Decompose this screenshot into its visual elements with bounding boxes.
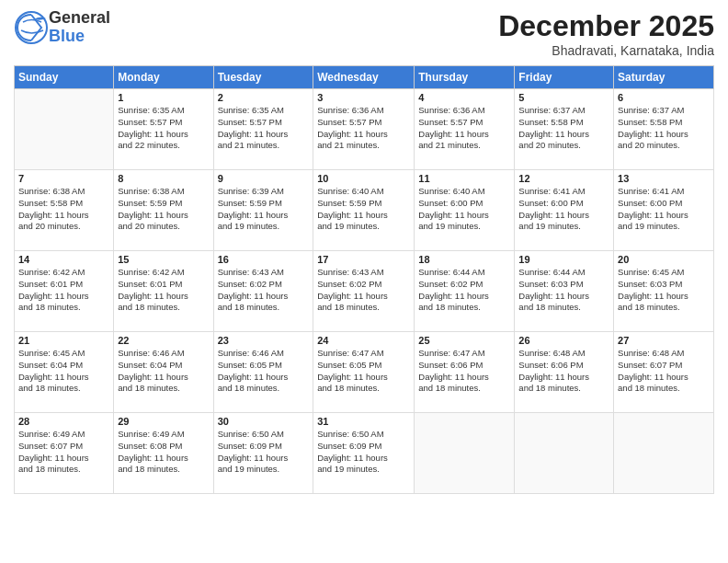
calendar-cell: 27Sunrise: 6:48 AMSunset: 6:07 PMDayligh…	[614, 332, 714, 413]
cell-info-line: and 18 minutes.	[18, 464, 109, 476]
calendar-cell: 24Sunrise: 6:47 AMSunset: 6:05 PMDayligh…	[313, 332, 415, 413]
calendar-week-3: 21Sunrise: 6:45 AMSunset: 6:04 PMDayligh…	[15, 332, 714, 413]
cell-info-line: Sunset: 6:01 PM	[18, 279, 109, 291]
cell-info-line: Sunrise: 6:44 AM	[418, 267, 510, 279]
cell-info: Sunrise: 6:49 AMSunset: 6:07 PMDaylight:…	[18, 429, 109, 476]
cell-info: Sunrise: 6:38 AMSunset: 5:59 PMDaylight:…	[118, 186, 209, 233]
calendar-cell	[614, 413, 714, 494]
day-number: 25	[418, 335, 510, 346]
day-number: 18	[418, 254, 510, 265]
cell-info-line: Sunset: 6:02 PM	[218, 279, 310, 291]
day-number: 5	[518, 92, 609, 103]
calendar-cell: 22Sunrise: 6:46 AMSunset: 6:04 PMDayligh…	[114, 332, 213, 413]
cell-info-line: Sunrise: 6:45 AM	[18, 348, 109, 360]
cell-info-line: Sunrise: 6:42 AM	[18, 267, 109, 279]
cell-info: Sunrise: 6:39 AMSunset: 5:59 PMDaylight:…	[218, 186, 310, 233]
cell-info-line: Sunrise: 6:36 AM	[317, 105, 410, 117]
cell-info-line: Sunset: 5:57 PM	[418, 117, 510, 129]
cell-info-line: Sunset: 6:01 PM	[118, 279, 209, 291]
day-number: 10	[317, 173, 410, 184]
day-number: 21	[18, 335, 109, 346]
calendar-cell	[515, 413, 614, 494]
cell-info-line: and 19 minutes.	[618, 221, 710, 233]
cell-info-line: Sunset: 6:04 PM	[118, 360, 209, 372]
cell-info-line: Daylight: 11 hours	[518, 291, 609, 303]
cell-info-line: Sunrise: 6:50 AM	[218, 429, 310, 441]
logo-blue-text: Blue	[49, 28, 110, 46]
calendar-cell: 15Sunrise: 6:42 AMSunset: 6:01 PMDayligh…	[114, 251, 213, 332]
day-number: 23	[218, 335, 310, 346]
cell-info-line: Sunset: 5:57 PM	[218, 117, 310, 129]
day-number: 26	[518, 335, 609, 346]
cell-info-line: Sunrise: 6:48 AM	[618, 348, 710, 360]
day-number: 6	[618, 92, 710, 103]
cell-info-line: Sunset: 5:59 PM	[118, 198, 209, 210]
cell-info-line: Sunset: 6:07 PM	[18, 441, 109, 453]
cell-info-line: and 21 minutes.	[218, 140, 310, 152]
cell-info-line: and 18 minutes.	[518, 383, 609, 395]
cell-info-line: Daylight: 11 hours	[18, 453, 109, 465]
cell-info-line: Daylight: 11 hours	[418, 129, 510, 141]
day-number: 16	[218, 254, 310, 265]
calendar-week-1: 7Sunrise: 6:38 AMSunset: 5:58 PMDaylight…	[15, 170, 714, 251]
cell-info-line: Sunset: 6:07 PM	[618, 360, 710, 372]
cell-info-line: Daylight: 11 hours	[118, 372, 209, 384]
cell-info-line: Sunrise: 6:46 AM	[118, 348, 209, 360]
cell-info-line: Sunset: 5:57 PM	[317, 117, 410, 129]
calendar-cell: 23Sunrise: 6:46 AMSunset: 6:05 PMDayligh…	[213, 332, 313, 413]
cell-info-line: Sunrise: 6:44 AM	[518, 267, 609, 279]
cell-info-line: Sunrise: 6:41 AM	[618, 186, 710, 198]
cell-info-line: Sunset: 5:59 PM	[218, 198, 310, 210]
cell-info-line: Sunset: 6:04 PM	[18, 360, 109, 372]
cell-info-line: Sunrise: 6:35 AM	[118, 105, 209, 117]
cell-info-line: and 19 minutes.	[218, 221, 310, 233]
calendar-cell: 29Sunrise: 6:49 AMSunset: 6:08 PMDayligh…	[114, 413, 213, 494]
cell-info-line: Daylight: 11 hours	[618, 210, 710, 222]
day-number: 2	[218, 92, 310, 103]
calendar-cell: 21Sunrise: 6:45 AMSunset: 6:04 PMDayligh…	[15, 332, 114, 413]
cell-info-line: Daylight: 11 hours	[118, 129, 209, 141]
cell-info: Sunrise: 6:43 AMSunset: 6:02 PMDaylight:…	[218, 267, 310, 314]
cell-info-line: Sunrise: 6:35 AM	[218, 105, 310, 117]
calendar-cell	[15, 89, 114, 170]
header: General Blue December 2025 Bhadravati, K…	[14, 9, 714, 58]
cell-info-line: and 20 minutes.	[18, 221, 109, 233]
cell-info-line: Sunset: 6:00 PM	[618, 198, 710, 210]
day-number: 22	[118, 335, 209, 346]
cell-info-line: Sunrise: 6:43 AM	[218, 267, 310, 279]
calendar-cell: 1Sunrise: 6:35 AMSunset: 5:57 PMDaylight…	[114, 89, 213, 170]
calendar-cell: 30Sunrise: 6:50 AMSunset: 6:09 PMDayligh…	[213, 413, 313, 494]
cell-info: Sunrise: 6:49 AMSunset: 6:08 PMDaylight:…	[118, 429, 209, 476]
calendar-header-row: Sunday Monday Tuesday Wednesday Thursday…	[15, 66, 714, 89]
cell-info-line: Sunrise: 6:47 AM	[418, 348, 510, 360]
logo-general-text: General	[49, 9, 110, 28]
cell-info-line: Daylight: 11 hours	[218, 453, 310, 465]
calendar-cell	[415, 413, 515, 494]
cell-info-line: Sunset: 6:06 PM	[418, 360, 510, 372]
cell-info-line: Daylight: 11 hours	[218, 372, 310, 384]
cell-info: Sunrise: 6:50 AMSunset: 6:09 PMDaylight:…	[218, 429, 310, 476]
day-number: 7	[18, 173, 109, 184]
cell-info-line: and 18 minutes.	[18, 383, 109, 395]
cell-info: Sunrise: 6:48 AMSunset: 6:06 PMDaylight:…	[518, 348, 609, 395]
calendar-cell: 9Sunrise: 6:39 AMSunset: 5:59 PMDaylight…	[213, 170, 313, 251]
cell-info-line: Sunrise: 6:39 AM	[218, 186, 310, 198]
subtitle: Bhadravati, Karnataka, India	[498, 43, 714, 58]
calendar-cell: 6Sunrise: 6:37 AMSunset: 5:58 PMDaylight…	[614, 89, 714, 170]
day-number: 14	[18, 254, 109, 265]
cell-info-line: Sunrise: 6:42 AM	[118, 267, 209, 279]
cell-info-line: Sunset: 6:05 PM	[218, 360, 310, 372]
cell-info: Sunrise: 6:50 AMSunset: 6:09 PMDaylight:…	[317, 429, 410, 476]
calendar-cell: 14Sunrise: 6:42 AMSunset: 6:01 PMDayligh…	[15, 251, 114, 332]
cell-info-line: Sunset: 6:09 PM	[218, 441, 310, 453]
day-number: 4	[418, 92, 510, 103]
cell-info-line: Daylight: 11 hours	[317, 453, 410, 465]
logo: General Blue	[14, 9, 110, 46]
cell-info-line: and 19 minutes.	[317, 221, 410, 233]
day-number: 17	[317, 254, 410, 265]
calendar-cell: 2Sunrise: 6:35 AMSunset: 5:57 PMDaylight…	[213, 89, 313, 170]
cell-info-line: Sunset: 5:58 PM	[618, 117, 710, 129]
day-number: 8	[118, 173, 209, 184]
cell-info-line: and 19 minutes.	[218, 464, 310, 476]
cell-info-line: and 18 minutes.	[618, 302, 710, 314]
